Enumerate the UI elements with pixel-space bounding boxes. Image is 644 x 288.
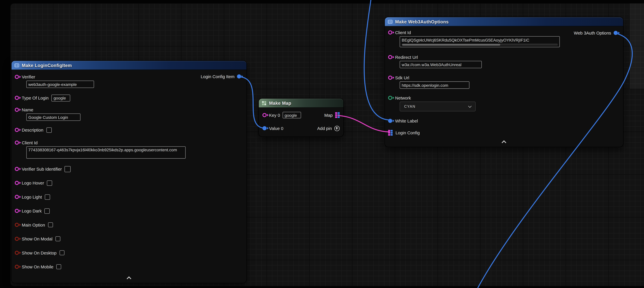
node-make-map[interactable]: Make Map Key 0 Map Value 0 [259,99,343,136]
node-make-web3authoptions[interactable]: Make Web3AuthOptions Web 3Auth Options C… [385,17,623,147]
network-pin[interactable] [388,96,392,100]
node-body: Web 3Auth Options Client Id BEglQSgt4cUW… [385,26,623,147]
pin-row-show-on-desktop: Show On Desktop [12,249,246,256]
logo-light-input[interactable] [45,194,50,200]
pin-row-type-of-login: Type Of Login [12,95,246,101]
redirect-url-label: Redirect Url [395,55,418,59]
verifier-sub-identifier-pin[interactable] [15,167,19,171]
verifier-label: Verifier [22,74,35,79]
node-title: Make Map [269,101,291,106]
node-body: Login Config Item Verifier Type Of Login… [12,70,246,283]
client-id-pin[interactable] [388,30,392,34]
show-on-desktop-checkbox[interactable] [59,250,64,255]
client-id-pin[interactable] [15,140,19,144]
client-id-label: Client Id [22,140,38,145]
value-0-pin[interactable] [262,126,266,130]
show-on-mobile-checkbox[interactable] [56,264,61,269]
pin-row-verifier-sub-identifier: Verifier Sub Identifier [12,166,246,172]
pin-row-logo-hover: Logo Hover [12,180,246,186]
logo-hover-pin[interactable] [15,181,19,185]
pin-row-show-on-modal: Show On Modal [12,235,246,242]
node-body: Key 0 Map Value 0 Add pin [259,108,343,137]
name-label: Name [22,107,33,112]
logo-dark-pin[interactable] [15,209,19,213]
sdk-url-pin[interactable] [388,75,392,80]
node-header[interactable]: Make LoginConfigItem [12,61,246,70]
pin-row-main-option: Main Option [12,221,246,228]
collapse-advanced-button[interactable] [385,139,623,144]
name-input[interactable] [26,113,80,121]
logo-hover-label: Logo Hover [22,180,44,185]
node-header[interactable]: Make Map [259,99,343,108]
client-id-scrollbar[interactable] [402,44,558,46]
key-0-label: Key 0 [269,113,280,118]
scrollbar-thumb[interactable] [402,44,500,45]
pin-row-logo-light: Logo Light [12,194,246,200]
name-pin[interactable] [15,107,19,112]
map-value-row: Value 0 Add pin [259,124,343,132]
login-config-item-output-pin[interactable] [237,74,241,78]
blueprint-editor-window: Make LoginConfigItem Login Config Item V… [0,0,644,288]
node-make-loginconfigitem[interactable]: Make LoginConfigItem Login Config Item V… [12,61,246,283]
type-of-login-pin[interactable] [15,96,19,100]
chevron-up-icon [502,140,506,145]
client-id-input[interactable]: BEglQSgt4cUWcj6SKRdu5QkOXTsePmMcusG5EAoy… [400,36,560,47]
network-label: Network [395,95,411,100]
key-0-pin[interactable] [262,113,266,117]
redirect-url-input[interactable] [400,61,482,68]
client-id-label: Client Id [395,30,411,35]
description-label: Description [22,127,44,132]
network-select[interactable]: CYAN [400,102,476,111]
output-pin-label: Login Config Item [201,74,234,79]
pin-row-show-on-mobile: Show On Mobile [12,263,246,270]
show-on-mobile-pin[interactable] [15,265,19,269]
verifier-sub-identifier-input[interactable] [65,166,71,172]
show-on-desktop-label: Show On Desktop [22,250,56,255]
show-on-modal-label: Show On Modal [22,236,52,241]
sdk-url-input[interactable] [400,81,470,89]
show-on-mobile-label: Show On Mobile [22,264,53,269]
verifier-input[interactable] [26,81,94,88]
show-on-modal-pin[interactable] [15,237,19,241]
show-on-modal-checkbox[interactable] [55,236,60,241]
logo-dark-input[interactable] [44,208,50,214]
sdk-url-label: Sdk Url [395,75,409,80]
description-pin[interactable] [15,128,19,132]
pin-row-redirect-url: Redirect Url [385,54,623,60]
logo-dark-label: Logo Dark [22,208,42,213]
struct-node-icon [388,19,393,24]
type-of-login-label: Type Of Login [22,95,49,100]
web3auth-options-output-pin[interactable] [614,31,618,35]
type-of-login-input[interactable] [52,94,70,101]
client-id-input[interactable]: 774338308167-q463s7kpvja16l4l0kko3nb925i… [26,146,186,159]
logo-light-pin[interactable] [15,195,19,199]
output-login-config-item: Login Config Item [201,74,243,79]
map-node-icon [262,101,266,106]
main-option-pin[interactable] [15,223,19,227]
pin-row-logo-dark: Logo Dark [12,207,246,214]
node-title: Make LoginConfigItem [22,63,72,68]
show-on-desktop-pin[interactable] [15,251,19,255]
pin-row-white-label: White Label [385,118,623,124]
main-option-checkbox[interactable] [48,222,53,227]
node-header[interactable]: Make Web3AuthOptions [385,17,623,26]
collapse-advanced-button[interactable] [12,275,246,280]
map-output-pin[interactable] [335,112,340,118]
login-config-label: Login Config [396,130,420,135]
client-id-text: BEglQSgt4cUWcj6SKRdu5QkOXTsePmMcusG5EAoy… [402,37,558,43]
logo-hover-input[interactable] [47,180,52,186]
logo-light-label: Logo Light [22,194,42,199]
white-label-pin[interactable] [388,119,392,123]
verifier-pin[interactable] [15,75,19,79]
pin-row-name: Name [12,107,246,112]
map-output-label: Map [324,113,333,118]
redirect-url-pin[interactable] [388,55,392,59]
white-label-label: White Label [395,118,418,123]
add-pin-button[interactable] [334,126,340,131]
pin-row-network: Network [385,95,623,100]
pin-row-login-config: Login Config [385,130,623,136]
login-config-pin[interactable] [388,130,393,136]
description-input[interactable] [46,127,52,133]
verifier-sub-identifier-label: Verifier Sub Identifier [22,167,62,171]
key-0-input[interactable] [282,112,301,118]
